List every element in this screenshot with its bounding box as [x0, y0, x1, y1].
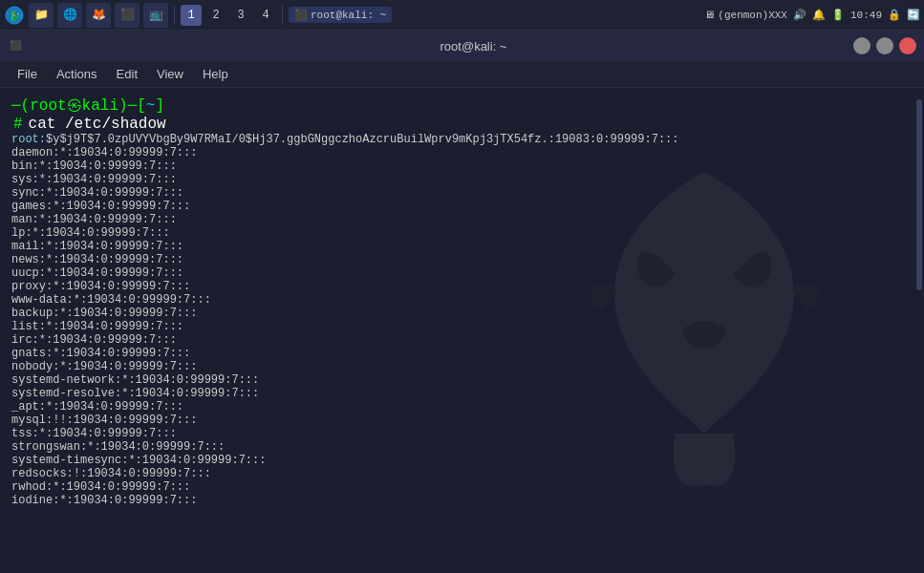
menu-actions[interactable]: Actions: [47, 63, 107, 85]
shadow-line-17: nobody:*:19034:0:99999:7:::: [11, 360, 903, 373]
prompt-hash: #: [13, 116, 23, 133]
notification-item[interactable]: 🔔: [812, 9, 826, 21]
files-icon[interactable]: 📁: [29, 3, 54, 28]
workspace-4-btn[interactable]: 4: [255, 5, 276, 26]
browser2-icon[interactable]: 🌐: [57, 3, 82, 28]
shadow-line-10: uucp:*:19034:0:99999:7:::: [11, 266, 903, 280]
svg-text:🐉: 🐉: [9, 10, 21, 22]
prompt-dir: ~: [146, 97, 156, 115]
terminal-window: ⬛ root@kali: ~ ─ □ ✕ File Actions Edit V…: [0, 31, 924, 573]
prompt-open: ─(: [11, 97, 30, 115]
shadow-line-1: daemon:*:19034:0:99999:7:::: [11, 146, 903, 159]
title-terminal-icon: ⬛: [8, 38, 23, 53]
shadow-line-4: sync:*:19034:0:99999:7:::: [11, 186, 903, 200]
window-controls: ─ □ ✕: [853, 37, 916, 54]
shadow-output: root:$y$j9T$7.0zpUVYVbgBy9W7RMaI/0$Hj37.…: [11, 133, 903, 507]
terminal-taskbar-icon[interactable]: ⬛: [115, 3, 140, 28]
terminal-title: root@kali: ~: [31, 39, 916, 53]
shadow-line-23: strongswan:*:19034:0:99999:7:::: [11, 440, 903, 454]
shadow-line-9: news:*:19034:0:99999:7:::: [11, 253, 903, 266]
shadow-line-6: man:*:19034:0:99999:7:::: [11, 213, 903, 226]
shadow-line-27: iodine:*:19034:0:99999:7:::: [11, 494, 903, 507]
menu-view[interactable]: View: [147, 63, 193, 85]
shadow-line-24: systemd-timesync:*:19034:0:99999:7:::: [11, 454, 903, 467]
minimize-button[interactable]: ─: [853, 37, 870, 54]
terminal-body: ─( root ㉿ kali )─[ ~ ] # cat /etc/shadow…: [0, 88, 924, 573]
notification-icon: 🔔: [812, 9, 826, 21]
shadow-line-8: mail:*:19034:0:99999:7:::: [11, 240, 903, 253]
workspace-2-btn[interactable]: 2: [205, 5, 226, 26]
prompt-user: root: [30, 97, 66, 115]
scrollbar[interactable]: [914, 88, 924, 573]
firefox-icon[interactable]: 🦊: [86, 3, 111, 28]
shadow-line-16: gnats:*:19034:0:99999:7:::: [11, 347, 903, 360]
battery-item[interactable]: 🔋: [831, 9, 845, 21]
clock-time: 10:49: [850, 10, 882, 21]
terminal-content[interactable]: ─( root ㉿ kali )─[ ~ ] # cat /etc/shadow…: [0, 88, 914, 573]
taskbar-divider-1: [174, 6, 175, 25]
refresh-icon: 🔄: [907, 9, 920, 21]
menu-file[interactable]: File: [8, 63, 47, 85]
lock-item[interactable]: 🔒: [888, 9, 901, 21]
shadow-line-26: rwhod:*:19034:0:99999:7:::: [11, 480, 903, 494]
shadow-line-7: lp:*:19034:0:99999:7:::: [11, 226, 903, 240]
menu-bar: File Actions Edit View Help: [0, 61, 924, 88]
shadow-line-12: www-data:*:19034:0:99999:7:::: [11, 293, 903, 307]
shadow-line-18: systemd-network:*:19034:0:99999:7:::: [11, 373, 903, 387]
workspace-3-btn[interactable]: 3: [230, 5, 251, 26]
shadow-line-3: sys:*:19034:0:99999:7:::: [11, 173, 903, 186]
volume-icon: 🔊: [793, 9, 806, 21]
shadow-line-19: systemd-resolve:*:19034:0:99999:7:::: [11, 387, 903, 400]
shadow-line-15: irc:*:19034:0:99999:7:::: [11, 333, 903, 347]
prompt-close: )─[: [118, 97, 146, 115]
battery-icon: 🔋: [831, 9, 845, 21]
scrollbar-thumb[interactable]: [916, 99, 922, 290]
prompt-host: kali: [82, 97, 118, 115]
shadow-line-20: _apt:*:19034:0:99999:7:::: [11, 400, 903, 414]
terminal-task-icon: ⬛: [294, 9, 308, 21]
shadow-line-25: redsocks:!:19034:0:99999:7:::: [11, 467, 903, 480]
genmon-item[interactable]: 🖥 (genmon)XXX: [704, 9, 787, 21]
menu-edit[interactable]: Edit: [107, 63, 147, 85]
shadow-line-11: proxy:*:19034:0:99999:7:::: [11, 280, 903, 293]
volume-item[interactable]: 🔊: [793, 9, 806, 21]
taskbar: 🐉 📁 🌐 🦊 ⬛ 📺 1 2 3 4 ⬛ root@kali: ~ 🖥 (ge…: [0, 0, 924, 31]
shadow-line-13: backup:*:19034:0:99999:7:::: [11, 307, 903, 320]
kali-logo-icon[interactable]: 🐉: [4, 5, 25, 26]
taskbar-divider-2: [282, 6, 283, 25]
terminal-task-button[interactable]: ⬛ root@kali: ~: [289, 7, 392, 23]
terminal-task-label: root@kali: ~: [311, 10, 386, 21]
genmon-label: (genmon)XXX: [718, 10, 787, 21]
prompt-at: ㉿: [67, 96, 82, 116]
terminal-titlebar: ⬛ root@kali: ~ ─ □ ✕: [0, 31, 924, 61]
taskbar-right: 🖥 (genmon)XXX 🔊 🔔 🔋 10:49 🔒 🔄: [704, 9, 920, 21]
maximize-button[interactable]: □: [876, 37, 893, 54]
command-text: cat /etc/shadow: [29, 116, 166, 133]
command-line: # cat /etc/shadow: [11, 116, 903, 133]
prompt-dir-close: ]: [155, 97, 164, 115]
close-button[interactable]: ✕: [899, 37, 916, 54]
refresh-item[interactable]: 🔄: [907, 9, 920, 21]
workspace-1-btn[interactable]: 1: [181, 5, 202, 26]
time-item: 10:49: [850, 10, 882, 21]
taskbar-left: 🐉 📁 🌐 🦊 ⬛ 📺 1 2 3 4 ⬛ root@kali: ~: [4, 3, 704, 28]
shadow-line-2: bin:*:19034:0:99999:7:::: [11, 159, 903, 173]
extra-taskbar-icon[interactable]: 📺: [143, 3, 168, 28]
menu-help[interactable]: Help: [193, 63, 238, 85]
lock-icon: 🔒: [888, 9, 901, 21]
monitor-icon: 🖥: [704, 9, 715, 21]
shadow-line-14: list:*:19034:0:99999:7:::: [11, 320, 903, 333]
shadow-line-22: tss:*:19034:0:99999:7:::: [11, 427, 903, 440]
prompt-line: ─( root ㉿ kali )─[ ~ ]: [11, 96, 903, 116]
shadow-line-0: root:$y$j9T$7.0zpUVYVbgBy9W7RMaI/0$Hj37.…: [11, 133, 903, 146]
shadow-line-5: games:*:19034:0:99999:7:::: [11, 200, 903, 213]
shadow-line-21: mysql:!!:19034:0:99999:7:::: [11, 414, 903, 427]
